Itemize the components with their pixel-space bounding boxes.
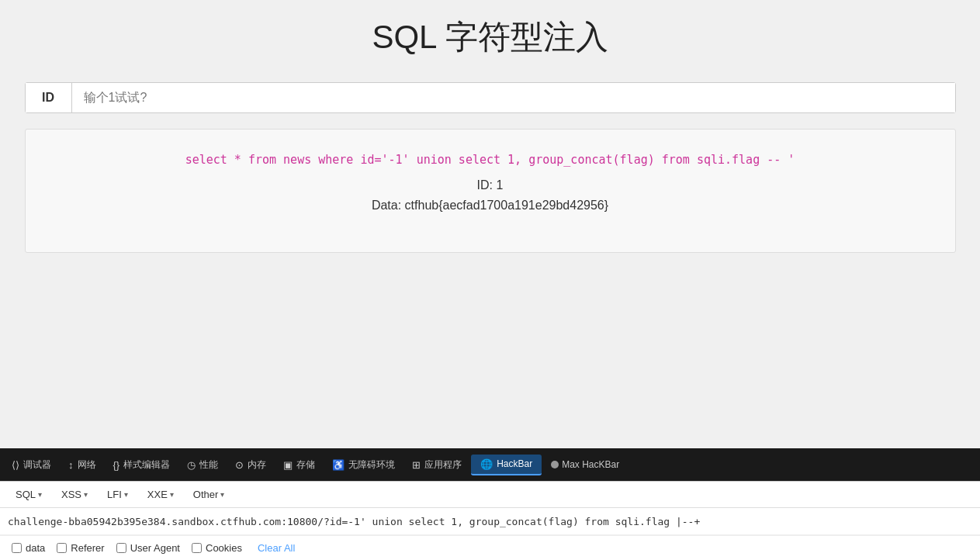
devtools-tab-style-editor[interactable]: {} 样式编辑器 xyxy=(106,454,178,476)
result-area: select * from news where id='-1' union s… xyxy=(25,129,956,253)
sql-menu-label: SQL xyxy=(16,489,36,500)
performance-label: 性能 xyxy=(199,458,218,472)
lfi-menu-label: LFI xyxy=(107,489,122,500)
sql-menu-btn[interactable]: SQL ▾ xyxy=(8,486,50,503)
cookies-label: Cookies xyxy=(206,542,242,554)
xxe-menu-arrow: ▾ xyxy=(170,490,174,499)
memory-label: 内存 xyxy=(248,458,266,472)
accessibility-label: 无障碍环境 xyxy=(348,458,395,472)
post-data-checkbox-label[interactable]: data xyxy=(12,542,45,554)
result-id: ID: 1 xyxy=(41,178,940,192)
user-agent-checkbox[interactable] xyxy=(116,543,126,553)
network-label: 网络 xyxy=(78,458,96,472)
xss-menu-arrow: ▾ xyxy=(84,490,88,499)
referer-checkbox-label[interactable]: Referer xyxy=(57,542,104,554)
referer-label: Referer xyxy=(71,542,104,554)
input-container: ID xyxy=(25,82,956,113)
other-menu-btn[interactable]: Other ▾ xyxy=(185,486,233,503)
other-menu-arrow: ▾ xyxy=(220,490,224,499)
other-menu-label: Other xyxy=(193,489,219,500)
post-data-label: data xyxy=(26,542,45,554)
devtools-tab-memory[interactable]: ⊙ 内存 xyxy=(227,454,274,476)
post-data-checkbox[interactable] xyxy=(12,543,22,553)
id-label: ID xyxy=(26,83,72,112)
user-agent-checkbox-label[interactable]: User Agent xyxy=(116,542,180,554)
clear-all-button[interactable]: Clear All xyxy=(258,542,295,554)
max-hackbar-dot xyxy=(551,461,559,468)
devtools-tab-network[interactable]: ↕ 网络 xyxy=(61,454,104,476)
xss-menu-btn[interactable]: XSS ▾ xyxy=(54,486,95,503)
main-content: SQL 字符型注入 ID select * from news where id… xyxy=(0,0,980,448)
xss-menu-label: XSS xyxy=(61,489,81,500)
devtools-tab-storage[interactable]: ▣ 存储 xyxy=(275,454,323,476)
lfi-menu-arrow: ▾ xyxy=(124,490,128,499)
style-editor-label: 样式编辑器 xyxy=(123,458,170,472)
devtools-tab-application[interactable]: ⊞ 应用程序 xyxy=(404,454,469,476)
application-label: 应用程序 xyxy=(424,458,462,472)
hackbar-url-input[interactable] xyxy=(8,516,972,527)
devtools-tab-max-hackbar[interactable]: Max HacKBar xyxy=(543,455,627,475)
hackbar-bottom: data Referer User Agent Cookies Clear Al… xyxy=(0,535,980,560)
xxe-menu-btn[interactable]: XXE ▾ xyxy=(140,486,182,503)
performance-icon: ◷ xyxy=(187,459,196,471)
xxe-menu-label: XXE xyxy=(147,489,168,500)
sql-query: select * from news where id='-1' union s… xyxy=(41,153,940,167)
lfi-menu-btn[interactable]: LFI ▾ xyxy=(99,486,136,503)
storage-icon: ▣ xyxy=(283,459,293,471)
inspector-icon: ⟨⟩ xyxy=(12,459,19,471)
cookies-checkbox[interactable] xyxy=(192,543,202,553)
devtools-tab-hackbar[interactable]: 🌐 HackBar xyxy=(471,455,542,475)
sql-menu-arrow: ▾ xyxy=(38,490,42,499)
hackbar-icon: 🌐 xyxy=(480,458,493,470)
id-input[interactable] xyxy=(72,83,955,112)
cookies-checkbox-label[interactable]: Cookies xyxy=(192,542,242,554)
devtools-tab-performance[interactable]: ◷ 性能 xyxy=(179,454,226,476)
referer-checkbox[interactable] xyxy=(57,543,67,553)
style-editor-icon: {} xyxy=(113,459,120,471)
devtools-bar: ⟨⟩ 调试器 ↕ 网络 {} 样式编辑器 ◷ 性能 ⊙ 内存 ▣ 存储 ♿ 无障… xyxy=(0,448,980,481)
devtools-tab-inspector[interactable]: ⟨⟩ 调试器 xyxy=(4,454,59,476)
hackbar-url-bar xyxy=(0,508,980,535)
user-agent-label: User Agent xyxy=(130,542,180,554)
devtools-tab-accessibility[interactable]: ♿ 无障碍环境 xyxy=(324,454,403,476)
storage-label: 存储 xyxy=(296,458,315,472)
result-data: Data: ctfhub{aecfad1700a191e29bd42956} xyxy=(41,199,940,213)
application-icon: ⊞ xyxy=(412,459,421,471)
accessibility-icon: ♿ xyxy=(332,459,345,471)
page-title: SQL 字符型注入 xyxy=(372,16,608,59)
hackbar-menu: SQL ▾ XSS ▾ LFI ▾ XXE ▾ Other ▾ xyxy=(0,482,980,508)
memory-icon: ⊙ xyxy=(235,459,244,471)
hackbar-label: HackBar xyxy=(497,458,532,469)
inspector-label: 调试器 xyxy=(23,458,51,472)
hackbar-panel: SQL ▾ XSS ▾ LFI ▾ XXE ▾ Other ▾ data xyxy=(0,481,980,560)
max-hackbar-label: Max HacKBar xyxy=(562,459,619,470)
network-icon: ↕ xyxy=(68,459,74,471)
